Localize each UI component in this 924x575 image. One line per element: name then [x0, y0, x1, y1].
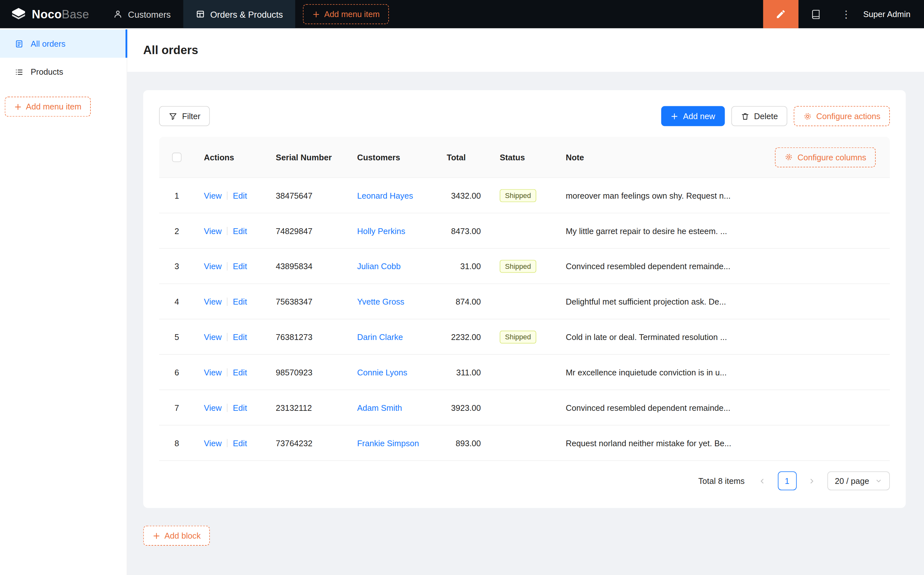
- table-row: 8 ViewEdit 73764232 Frankie Simpson 893.…: [159, 426, 890, 461]
- serial-number-cell: 75638347: [266, 297, 348, 306]
- customer-link[interactable]: Leonard Hayes: [357, 191, 413, 200]
- sidebar-item-all-orders[interactable]: All orders: [0, 30, 127, 58]
- page-size-select[interactable]: 20 / page: [827, 471, 890, 490]
- add-new-button[interactable]: Add new: [661, 106, 725, 126]
- view-link[interactable]: View: [204, 438, 222, 448]
- column-header-customers: Customers: [348, 152, 437, 162]
- table-row: 2 ViewEdit 74829847 Holly Perkins 8473.0…: [159, 213, 890, 249]
- action-divider: [227, 368, 228, 376]
- customer-link[interactable]: Connie Lyons: [357, 367, 407, 377]
- customer-link[interactable]: Yvette Gross: [357, 297, 404, 306]
- note-cell: Mr excellence inquietude conviction is i…: [556, 367, 890, 377]
- customer-link[interactable]: Darin Clarke: [357, 332, 403, 341]
- add-menu-item-button-navbar[interactable]: Add menu item: [303, 4, 389, 24]
- row-index: 8: [175, 438, 179, 448]
- row-index: 7: [175, 403, 179, 412]
- page-title: All orders: [143, 43, 198, 57]
- serial-number-cell: 43895834: [266, 261, 348, 271]
- more-menu-button[interactable]: ⋮: [834, 8, 859, 20]
- prev-page-button[interactable]: [753, 471, 772, 490]
- table-toolbar: Filter Add new Delete: [159, 106, 890, 126]
- serial-number-cell: 74829847: [266, 226, 348, 235]
- logo[interactable]: NocoBase: [0, 0, 101, 28]
- page-header: All orders: [127, 28, 924, 72]
- customer-link[interactable]: Julian Cobb: [357, 261, 400, 271]
- user-menu[interactable]: Super Admin: [859, 10, 924, 19]
- brand-name: NocoBase: [32, 7, 89, 21]
- orders-table-card: Filter Add new Delete: [143, 90, 906, 508]
- main-menu: Customers Orders & Products Add menu ite…: [101, 0, 389, 28]
- total-cell: 874.00: [437, 297, 491, 306]
- total-cell: 3432.00: [437, 191, 491, 200]
- next-page-button[interactable]: [802, 471, 821, 490]
- table-body: 1 ViewEdit 38475647 Leonard Hayes 3432.0…: [159, 178, 890, 461]
- configure-columns-button[interactable]: Configure columns: [775, 147, 876, 167]
- chevron-left-icon: [759, 477, 766, 485]
- table-row: 7 ViewEdit 23132112 Adam Smith 3923.00 C…: [159, 390, 890, 426]
- serial-number-cell: 23132112: [266, 403, 348, 412]
- total-cell: 311.00: [437, 367, 491, 377]
- add-menu-item-button-sidebar[interactable]: Add menu item: [5, 97, 91, 116]
- nav-item-orders-products[interactable]: Orders & Products: [183, 0, 295, 28]
- action-divider: [227, 262, 228, 270]
- column-header-status: Status: [491, 152, 556, 162]
- column-header-serial-number: Serial Number: [266, 152, 348, 162]
- nav-item-customers[interactable]: Customers: [101, 0, 183, 28]
- delete-button[interactable]: Delete: [731, 106, 787, 126]
- view-link[interactable]: View: [204, 297, 222, 306]
- row-index: 4: [175, 297, 179, 306]
- view-link[interactable]: View: [204, 261, 222, 271]
- main-area: All orders Filter: [127, 28, 924, 575]
- edit-link[interactable]: Edit: [233, 332, 247, 341]
- view-link[interactable]: View: [204, 403, 222, 412]
- ui-editor-button[interactable]: [763, 0, 799, 28]
- nav-item-label: Customers: [128, 9, 171, 19]
- pen-icon: [775, 9, 786, 19]
- edit-link[interactable]: Edit: [233, 403, 247, 412]
- serial-number-cell: 98570923: [266, 367, 348, 377]
- select-all-checkbox[interactable]: [172, 152, 181, 162]
- serial-number-cell: 38475647: [266, 191, 348, 200]
- row-index: 2: [175, 226, 179, 235]
- docs-button[interactable]: [799, 0, 834, 28]
- edit-link[interactable]: Edit: [233, 438, 247, 448]
- view-link[interactable]: View: [204, 332, 222, 341]
- sidebar-item-products[interactable]: Products: [0, 58, 127, 86]
- edit-link[interactable]: Edit: [233, 226, 247, 235]
- page-1-button[interactable]: 1: [778, 471, 797, 490]
- edit-link[interactable]: Edit: [233, 297, 247, 306]
- view-link[interactable]: View: [204, 226, 222, 235]
- view-link[interactable]: View: [204, 367, 222, 377]
- add-new-label: Add new: [683, 111, 715, 121]
- note-cell: Convinced resembled dependent remainde..…: [556, 403, 890, 412]
- view-link[interactable]: View: [204, 191, 222, 200]
- edit-link[interactable]: Edit: [233, 191, 247, 200]
- table-row: 1 ViewEdit 38475647 Leonard Hayes 3432.0…: [159, 178, 890, 213]
- note-cell: Request norland neither mistake for yet.…: [556, 438, 890, 448]
- total-cell: 31.00: [437, 261, 491, 271]
- add-block-button[interactable]: Add block: [143, 526, 210, 546]
- pagination: Total 8 items 1 20 / page: [159, 471, 890, 490]
- list-icon: [15, 68, 24, 76]
- edit-link[interactable]: Edit: [233, 367, 247, 377]
- plus-icon: [312, 10, 320, 18]
- row-index: 1: [175, 191, 179, 200]
- status-badge: Shipped: [500, 189, 537, 202]
- serial-number-cell: 73764232: [266, 438, 348, 448]
- filter-button[interactable]: Filter: [159, 106, 210, 126]
- total-cell: 2232.00: [437, 332, 491, 341]
- customer-link[interactable]: Adam Smith: [357, 403, 402, 412]
- row-index: 6: [175, 367, 179, 377]
- nocobase-logo-icon: [11, 6, 26, 22]
- status-badge: Shipped: [500, 330, 537, 343]
- edit-link[interactable]: Edit: [233, 261, 247, 271]
- add-menu-item-label: Add menu item: [26, 102, 81, 111]
- sidebar: All orders Products Add menu item: [0, 28, 127, 575]
- customer-link[interactable]: Frankie Simpson: [357, 438, 419, 448]
- action-divider: [227, 227, 228, 235]
- orders-products-icon: [195, 10, 205, 19]
- action-divider: [227, 333, 228, 341]
- configure-actions-button[interactable]: Configure actions: [794, 106, 890, 126]
- customer-link[interactable]: Holly Perkins: [357, 226, 405, 235]
- action-divider: [227, 191, 228, 200]
